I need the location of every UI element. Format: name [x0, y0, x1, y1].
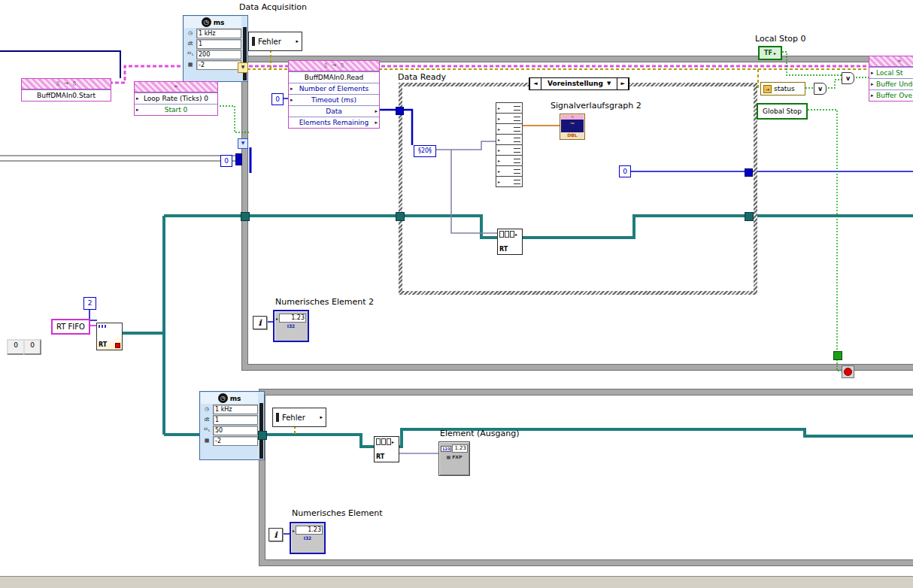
timing-priority-value[interactable]: -2 — [213, 436, 258, 446]
timing-dt-value[interactable]: 1 — [213, 415, 258, 425]
timing-source-row[interactable]: ◷ 1 kHz — [201, 405, 258, 414]
loop-stop-terminal[interactable] — [842, 365, 854, 378]
case-prev-button[interactable]: ◄ — [529, 78, 541, 89]
iteration-terminal-1[interactable]: i — [253, 316, 267, 329]
build-array-node[interactable]: ▸ ▸ ▸ ▸ ▸ ▸ ▸ ▸ — [496, 103, 523, 187]
pointer-icon: ▸ — [293, 528, 295, 533]
graph-plot-icon: ~ — [561, 120, 584, 132]
numeric-indicator-terminal-1[interactable]: ▸ 1.23 I32 — [290, 522, 326, 554]
iteration-terminal-2[interactable]: i — [268, 528, 283, 541]
timing-unit-label: ms — [214, 19, 225, 26]
tunnel-fifo-loop2[interactable] — [258, 431, 267, 440]
type-label: I32 — [276, 323, 306, 329]
fifo-cells-icon: ▸ — [376, 438, 397, 445]
timing-offset-row[interactable]: ³²₁ 200 — [184, 50, 241, 59]
array-input-cell: ▸ — [496, 123, 523, 135]
constant-zero-left[interactable]: 0 — [220, 155, 232, 167]
method-name[interactable]: BuffDMAIn0.Read — [289, 71, 379, 83]
element-output-terminal[interactable]: 123 1.23 ▦ FXP — [438, 441, 470, 476]
constant-zero-timeout[interactable]: 0 — [271, 93, 284, 105]
scalar-wires — [0, 156, 238, 161]
rt-fifo-write-node[interactable]: ▸ RT — [497, 229, 523, 255]
local-variable-global-stop[interactable]: Global Stop — [757, 103, 808, 120]
error-ring-2[interactable]: Fehler ▸ — [272, 408, 326, 427]
local-variable-status[interactable]: → status — [760, 82, 805, 95]
tunnel-fifo-loop1[interactable] — [241, 212, 250, 221]
property-row-buffer-overflow[interactable]: ▸ Buffer Ove — [869, 89, 913, 101]
label-data-ready: Data Ready — [398, 72, 446, 82]
timing-offset-row[interactable]: ³²₁ 50 — [201, 426, 258, 435]
property-row-buffer-underflow[interactable]: ▸ Buffer Unde — [869, 78, 913, 89]
dt-icon: dt — [201, 415, 213, 425]
timing-offset-value[interactable]: 200 — [196, 50, 241, 59]
case-next-button[interactable]: ► — [617, 78, 629, 89]
timing-header: ◷ ms — [184, 17, 241, 28]
property-row[interactable]: ▸ Loop Rate (Ticks) 0 — [135, 92, 217, 104]
or-function-1[interactable]: v — [814, 83, 827, 95]
output-elements-remaining[interactable]: Elements Remaining ▸ — [289, 117, 379, 128]
numeric-indicator-terminal-2[interactable]: ▸ 1.23 I32 — [273, 310, 309, 342]
error-ring-1[interactable]: Fehler ▸ — [248, 32, 302, 51]
property-row-local-stop[interactable]: ▸ Local St — [869, 67, 913, 78]
case-selector-label[interactable]: Voreinstellung ▼ — [541, 78, 617, 89]
tunnel-scalar-b[interactable] — [235, 159, 242, 165]
timing-dt-value[interactable]: 1 — [196, 39, 241, 49]
timing-source-row[interactable]: ◷ 1 kHz — [184, 29, 241, 38]
rt-fifo-create-node[interactable]: RT — [96, 323, 123, 350]
timing-dt-row[interactable]: dt 1 — [184, 39, 241, 49]
or-function-2[interactable]: v — [842, 72, 854, 84]
input-arrow-icon: ▸ — [290, 83, 293, 94]
input-arrow-icon: ▸ — [290, 95, 293, 105]
constant-two[interactable]: 2 — [83, 297, 96, 310]
constant-zero-case[interactable]: 0 — [619, 165, 631, 177]
timing-config-node-2[interactable]: ◷ ms ◷ 1 kHz dt 1 ³²₁ 50 ▦ -2 — [199, 391, 265, 460]
tunnel-data-case-left[interactable] — [396, 107, 404, 115]
rt-fifo-name-constant[interactable]: RT FIFO — [51, 319, 90, 335]
fifo-cells-icon: ▸ — [499, 231, 520, 238]
tunnel-dma-reference[interactable]: ▼ — [238, 62, 248, 73]
property-node-buffer-status[interactable]: ∞ ▸ Local St ▸ Buffer Unde ▸ Buffer Ove — [869, 56, 913, 102]
timing-priority-value[interactable]: -2 — [196, 60, 241, 70]
case-selector[interactable]: ◄ Voreinstellung ▼ ► — [529, 77, 629, 90]
fxp-type-label: FXP — [452, 454, 462, 459]
output-arrow-icon: ▸ — [375, 117, 378, 128]
numeric-display: 1.23 — [452, 444, 468, 453]
invoke-node-dma-start[interactable]: ▯ → ▯ BuffDMAIn0.Start — [21, 78, 111, 102]
tunnel-data-input[interactable]: ▼ — [238, 138, 248, 149]
tunnel-zero-case-right[interactable] — [745, 168, 753, 177]
timing-priority-row[interactable]: ▦ -2 — [201, 436, 258, 446]
timing-priority-row[interactable]: ▦ -2 — [184, 60, 241, 70]
timing-offset-value[interactable]: 50 — [213, 426, 258, 435]
write-arrow-icon: → — [763, 85, 772, 93]
input-number-of-elements[interactable]: ▸ Number of Elements — [289, 83, 379, 94]
output-data[interactable]: Data ▸ — [289, 105, 379, 117]
timing-dt-row[interactable]: dt 1 — [201, 415, 258, 425]
label-local-stop-0: Local Stop 0 — [755, 34, 806, 44]
property-node-loop-rate[interactable]: ∞ ▸ Loop Rate (Ticks) 0 ▸ Start 0 — [134, 81, 218, 116]
numeric-control-zero-b[interactable]: 0 — [23, 339, 41, 355]
page-icon: ▯ — [324, 61, 327, 71]
label-data-acquisition: Data Acquisition — [239, 2, 307, 12]
horizontal-scrollbar[interactable] — [0, 576, 913, 588]
fxp-subset-node[interactable]: §20§ — [414, 145, 436, 157]
123-badge-icon: 123 — [441, 446, 451, 452]
tunnel-stop-loop1[interactable] — [833, 351, 842, 360]
property-node-header: ∞ — [135, 82, 217, 92]
input-timeout[interactable]: ▸ Timeout (ms) — [289, 94, 379, 105]
timing-source-value[interactable]: 1 kHz — [213, 405, 258, 414]
rt-fifo-read-node[interactable]: ▸ RT — [374, 436, 399, 462]
array-input-cell: ▸ — [496, 113, 523, 124]
tunnel-fifo-case-left[interactable] — [396, 212, 405, 221]
waveform-graph-terminal[interactable]: ≈ ~ DBL — [560, 114, 585, 140]
invoke-node-dma-read[interactable]: ▯ → ▯ BuffDMAIn0.Read ▸ Number of Elemen… — [288, 60, 380, 129]
arrow-icon: → — [64, 79, 68, 89]
boolean-terminal-local-stop[interactable]: TF ▸ — [758, 46, 782, 60]
clock-source-icon: ◷ — [201, 405, 213, 414]
numeric-control-zero-a[interactable]: 0 — [7, 339, 25, 355]
timing-source-value[interactable]: 1 kHz — [196, 29, 241, 38]
stop-icon — [844, 368, 852, 376]
block-diagram-canvas: Data Acquisition Data Ready Signalverlau… — [0, 0, 913, 588]
method-name[interactable]: BuffDMAIn0.Start — [22, 89, 111, 101]
property-row[interactable]: ▸ Start 0 — [135, 104, 217, 115]
tunnel-fifo-case-right[interactable] — [745, 212, 754, 221]
